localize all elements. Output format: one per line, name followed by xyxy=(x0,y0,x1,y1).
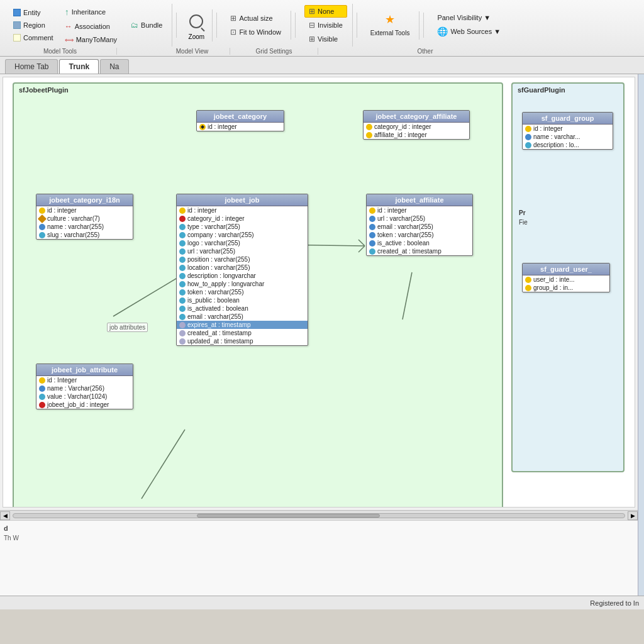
actual-size-button[interactable]: ⊞ Actual size xyxy=(226,12,286,25)
scroll-thumb[interactable] xyxy=(197,514,380,518)
entity-button[interactable]: Entity xyxy=(9,7,58,18)
field-icon xyxy=(179,297,186,304)
entity-row: group_id : in... xyxy=(523,284,609,292)
na-tab[interactable]: Na xyxy=(100,59,128,74)
field-icon xyxy=(39,394,45,400)
field-icon xyxy=(179,240,186,247)
fit-to-window-button[interactable]: ⊡ Fit to Window xyxy=(226,26,286,38)
none-icon: ⊞ xyxy=(309,7,315,16)
entity-header-jobeet-category-i18n: jobeet_category_i18n xyxy=(36,194,133,206)
right-panel xyxy=(638,74,644,596)
region-label: Region xyxy=(23,21,45,29)
entity-jobeet-category[interactable]: jobeet_category ◆ id : integer xyxy=(196,110,284,131)
field-icon xyxy=(179,281,186,287)
entity-jobeet-job-attribute[interactable]: jobeet_job_attribute id : Integer name :… xyxy=(36,364,133,409)
field-icon xyxy=(369,240,375,247)
entity-row-selected[interactable]: expires_at : timestamp xyxy=(177,321,308,329)
inheritance-button[interactable]: ↑ Inheritance xyxy=(60,5,121,19)
actual-size-icon: ⊞ xyxy=(230,14,236,23)
pk-icon xyxy=(179,208,186,214)
visible-icon: ⊞ xyxy=(309,35,315,43)
entity-row: created_at : timestamp xyxy=(367,247,472,255)
entity-header-jobeet-job-attribute: jobeet_job_attribute xyxy=(36,364,133,376)
external-tools-group: ★ External Tools xyxy=(361,11,420,40)
invisible-button[interactable]: ⊟ Invisible xyxy=(304,19,347,31)
job-attributes-label: job attributes xyxy=(107,323,148,332)
field-icon xyxy=(39,386,45,392)
association-icon: ↔ xyxy=(65,22,72,31)
region-button[interactable]: Region xyxy=(9,19,58,31)
zoom-group: Zoom xyxy=(180,9,213,42)
entity-jobeet-affiliate[interactable]: jobeet_affiliate id : integer url : varc… xyxy=(366,194,473,256)
entity-row: description : lo... xyxy=(523,141,613,149)
entity-row: token : varchar(255) xyxy=(177,288,308,296)
entity-header-sf-guard-group: sf_guard_group xyxy=(523,113,613,125)
entity-row: name : varchar(255) xyxy=(36,223,133,231)
pk-icon xyxy=(39,377,45,384)
tabs-area: Home Tab Trunk Na xyxy=(0,57,644,74)
model-view-label-container: Model View xyxy=(155,48,230,55)
web-sources-button[interactable]: 🌐 Web Sources ▼ xyxy=(433,25,505,38)
entity-header-jobeet-category-affiliate: jobeet_category_affiliate xyxy=(364,111,469,123)
field-icon xyxy=(369,248,375,255)
none-button[interactable]: ⊞ None xyxy=(304,5,347,18)
entity-row: value : Varchar(1024) xyxy=(36,392,133,401)
bundle-button[interactable]: 🗂 Bundle xyxy=(126,19,167,31)
diagram-area: sfJobeetPlugin jobeet_category ◆ id : in… xyxy=(0,74,638,596)
pk-icon xyxy=(525,126,531,132)
entity-row: affiliate_id : integer xyxy=(364,131,469,139)
entity-sf-guard-group[interactable]: sf_guard_group id : integer name : varch… xyxy=(522,112,613,150)
entity-row: company : varchar(255) xyxy=(177,231,308,239)
entity-row: is_public : boolean xyxy=(177,296,308,304)
inheritance-icon: ↑ xyxy=(65,7,69,17)
external-tools-button[interactable]: External Tools xyxy=(366,28,414,38)
scroll-left-button[interactable]: ◀ xyxy=(0,511,10,520)
entity-header-jobeet-category: jobeet_category xyxy=(197,111,284,123)
fk-icon xyxy=(39,402,45,408)
entity-jobeet-category-i18n[interactable]: jobeet_category_i18n id : integer cultur… xyxy=(36,194,133,240)
entity-row: slug : varchar(255) xyxy=(36,231,133,239)
grid-settings-group: ⊞ None ⊟ Invisible ⊞ Visible xyxy=(299,4,353,47)
field-icon xyxy=(179,314,186,320)
entity-jobeet-job[interactable]: jobeet_job id : integer category_id : in… xyxy=(176,194,308,346)
other-group: Panel Visibility ▼ 🌐 Web Sources ▼ xyxy=(428,11,510,40)
home-tab[interactable]: Home Tab xyxy=(5,59,58,74)
entity-row: updated_at : timestamp xyxy=(177,337,308,345)
entity-row: category_id : integer xyxy=(364,123,469,131)
status-bar: Registered to In xyxy=(0,596,644,609)
field-icon xyxy=(39,224,45,230)
grid-settings-label-container: Grid Settings xyxy=(230,48,318,55)
horizontal-scrollbar[interactable]: ◀ ▶ xyxy=(0,510,638,520)
comment-button[interactable]: Comment xyxy=(9,32,58,43)
entity-header-jobeet-job: jobeet_job xyxy=(177,194,308,206)
description-label: d xyxy=(4,525,634,532)
field-icon xyxy=(39,232,45,238)
entity-row: type : varchar(255) xyxy=(177,223,308,231)
field-icon xyxy=(179,232,186,238)
pk-icon xyxy=(39,208,45,214)
field-icon xyxy=(179,289,186,296)
entity-icon xyxy=(13,9,21,16)
zoom-label: Zoom xyxy=(189,33,205,40)
trunk-tab[interactable]: Trunk xyxy=(59,59,99,74)
scroll-right-button[interactable]: ▶ xyxy=(628,511,638,520)
field-icon xyxy=(179,338,186,345)
entity-row: email : varchar(255) xyxy=(177,313,308,321)
association-button[interactable]: ↔ Association xyxy=(60,20,121,33)
entity-row: is_active : boolean xyxy=(367,239,472,247)
diagram-canvas[interactable]: sfJobeetPlugin jobeet_category ◆ id : in… xyxy=(3,77,635,508)
properties-label: Pr xyxy=(519,209,526,216)
many-to-many-button[interactable]: ⟺ ManyToMany xyxy=(60,34,121,45)
entity-row: id : integer xyxy=(177,206,308,214)
entity-row: created_at : timestamp xyxy=(177,329,308,337)
entity-jobeet-category-affiliate[interactable]: jobeet_category_affiliate category_id : … xyxy=(363,110,470,140)
field-icon xyxy=(179,322,186,328)
scroll-track[interactable] xyxy=(13,513,625,518)
panel-visibility-button[interactable]: Panel Visibility ▼ xyxy=(433,12,505,23)
sfjobeet-plugin-label: sfJobeetPlugin xyxy=(19,86,69,94)
visible-button[interactable]: ⊞ Visible xyxy=(304,33,347,45)
fit-to-window-icon: ⊡ xyxy=(230,28,236,36)
entity-row: jobeet_job_id : integer xyxy=(36,401,133,409)
entity-row: culture : varchar(7) xyxy=(36,214,133,223)
entity-sf-guard-user[interactable]: sf_guard_user_ user_id : inte... group_i… xyxy=(522,263,610,292)
